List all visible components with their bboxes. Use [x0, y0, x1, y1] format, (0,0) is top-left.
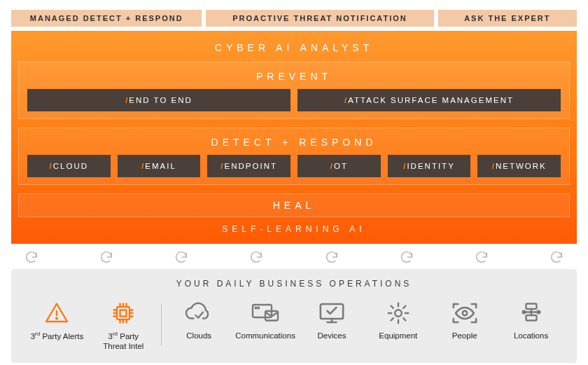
tab-proactive-threat-notification[interactable]: PROACTIVE THREAT NOTIFICATION	[206, 10, 433, 27]
self-learning-ai-label: SELF-LEARNING AI	[18, 217, 570, 237]
op-item-clouds: Clouds	[166, 298, 232, 340]
svg-rect-2	[120, 310, 127, 317]
svg-point-8	[395, 310, 402, 317]
detect-respond-band: DETECT + RESPOND /CLOUD /EMAIL /ENDPOINT…	[18, 128, 570, 185]
detect-chip-ot[interactable]: /OT	[298, 155, 381, 177]
svg-rect-1	[117, 307, 130, 319]
operations-panel: YOUR DAILY BUSINESS OPERATIONS 3rd Party…	[11, 269, 577, 363]
op-item-locations: Locations	[498, 298, 564, 340]
op-label: 3rd PartyThreat Intel	[90, 331, 157, 352]
sync-icon	[99, 249, 114, 265]
op-item-party-alerts: 3rd Party Alerts	[24, 298, 90, 341]
operations-title: YOUR DAILY BUSINESS OPERATIONS	[24, 279, 564, 298]
analyst-title: CYBER AI ANALYST	[18, 36, 570, 62]
alert-triangle-icon	[43, 301, 71, 326]
prevent-chip-attack-surface-management[interactable]: /ATTACK SURFACE MANAGEMENT	[298, 89, 561, 111]
tab-managed-detect-respond[interactable]: MANAGED DETECT + RESPOND	[11, 10, 202, 27]
cyber-ai-analyst-panel: CYBER AI ANALYST PREVENT /END TO END /AT…	[11, 31, 577, 244]
sync-icon	[474, 249, 489, 265]
prevent-band: PREVENT /END TO END /ATTACK SURFACE MANA…	[18, 62, 570, 119]
sync-icon	[324, 249, 340, 265]
detect-chip-cloud[interactable]: /CLOUD	[27, 155, 111, 177]
op-item-people: People	[431, 298, 498, 340]
detect-chip-identity[interactable]: /IDENTITY	[388, 155, 471, 177]
tab-ask-the-expert[interactable]: ASK THE EXPERT	[438, 10, 577, 27]
eye-scan-icon	[450, 301, 479, 326]
prevent-title: PREVENT	[27, 69, 561, 89]
op-label: Communications	[232, 331, 299, 340]
sync-icon	[174, 249, 189, 265]
cloud-check-icon	[184, 301, 214, 326]
sync-icon	[399, 249, 414, 265]
op-label: Locations	[498, 331, 564, 340]
op-label: Equipment	[365, 331, 431, 340]
sync-icon	[248, 249, 264, 265]
svg-point-0	[57, 318, 58, 319]
detect-title: DETECT + RESPOND	[27, 135, 561, 155]
op-label: 3rd Party Alerts	[24, 331, 90, 341]
detect-chip-endpoint[interactable]: /ENDPOINT	[207, 155, 290, 177]
heal-band[interactable]: HEAL	[18, 193, 570, 217]
op-label: Clouds	[166, 331, 232, 340]
sync-icon	[24, 249, 39, 265]
device-check-icon	[317, 301, 346, 326]
svg-point-5	[258, 308, 259, 309]
top-tabs: MANAGED DETECT + RESPOND PROACTIVE THREA…	[11, 10, 577, 27]
mail-window-icon	[251, 301, 280, 326]
server-stack-icon	[517, 301, 545, 326]
op-item-communications: Communications	[232, 298, 299, 340]
op-item-equipment: Equipment	[365, 298, 431, 340]
op-label: Devices	[299, 331, 365, 340]
op-item-devices: Devices	[299, 298, 365, 340]
gear-icon	[384, 301, 412, 326]
detect-chip-email[interactable]: /EMAIL	[118, 155, 201, 177]
svg-point-4	[255, 308, 257, 309]
chip-icon	[109, 301, 137, 326]
detect-chip-network[interactable]: /NETWORK	[477, 155, 561, 177]
divider	[161, 304, 162, 346]
sync-row	[11, 244, 577, 269]
op-item-threat-intel: 3rd PartyThreat Intel	[90, 298, 157, 352]
svg-point-9	[462, 311, 466, 315]
prevent-chip-end-to-end[interactable]: /END TO END	[27, 89, 290, 111]
op-label: People	[431, 331, 498, 340]
sync-icon	[549, 249, 564, 265]
